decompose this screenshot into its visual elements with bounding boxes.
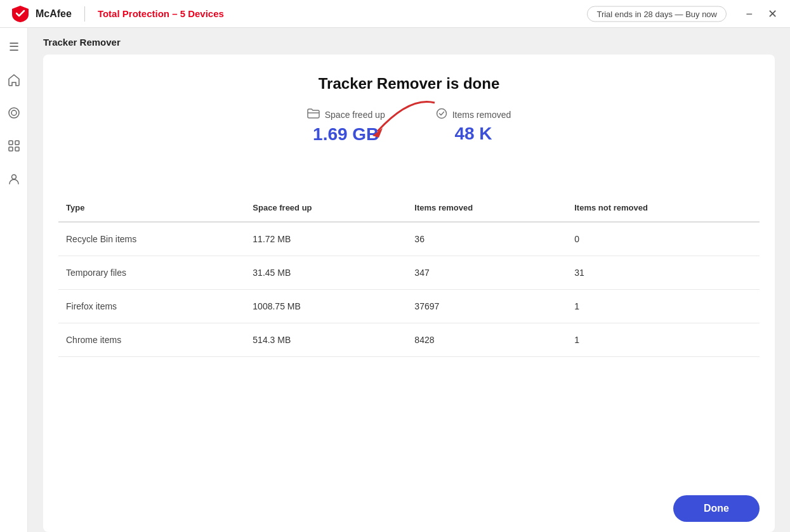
cell-removed: 8428 [407,323,567,357]
svg-rect-4 [9,147,13,151]
window-controls: − ✕ [743,7,780,21]
table-body: Recycle Bin items 11.72 MB 36 0 Temporar… [58,222,760,357]
svg-point-0 [9,108,19,118]
cell-type: Firefox items [58,290,245,323]
col-removed: Items removed [407,194,567,222]
minimize-button[interactable]: − [743,7,755,21]
svg-marker-8 [372,128,383,138]
mcafee-logo-icon [10,5,30,23]
items-removed-value: 48 K [454,124,492,144]
red-arrow-icon [295,90,460,153]
page-header: Tracker Remover [28,28,790,55]
summary-section: Tracker Remover is done Space freed up [43,55,775,194]
svg-rect-2 [9,141,13,145]
logo-divider [84,6,85,22]
done-button[interactable]: Done [673,495,760,522]
cell-removed: 37697 [407,290,567,323]
cell-not-removed: 1 [567,290,760,323]
cell-space: 1008.75 MB [245,290,407,323]
col-type: Type [58,194,245,222]
arrow-annotation [69,147,749,179]
mcafee-logo: McAfee Total Protection – 5 Devices [10,5,224,23]
home-icon[interactable] [5,71,23,89]
cell-not-removed: 1 [567,323,760,357]
cell-space: 514.3 MB [245,323,407,357]
apps-icon[interactable] [5,137,23,155]
results-table: Type Space freed up Items removed Items … [58,194,760,357]
main-card: Tracker Remover is done Space freed up [43,55,775,532]
cell-type: Chrome items [58,323,245,357]
footer: Done [43,485,775,532]
cell-not-removed: 31 [567,256,760,290]
shield-icon[interactable] [5,104,23,122]
content-area: Tracker Remover Tracker Remover is done [28,28,790,532]
cell-not-removed: 0 [567,222,760,256]
account-icon[interactable] [5,170,23,188]
svg-rect-3 [15,141,19,145]
logo-text: McAfee [36,8,72,20]
titlebar: McAfee Total Protection – 5 Devices Tria… [0,0,790,28]
table-row: Firefox items 1008.75 MB 37697 1 [58,290,760,323]
page-title: Tracker Remover [43,37,121,48]
sidebar: ☰ [0,28,28,532]
table-row: Chrome items 514.3 MB 8428 1 [58,323,760,357]
close-button[interactable]: ✕ [765,7,780,21]
cell-type: Recycle Bin items [58,222,245,256]
cell-type: Temporary files [58,256,245,290]
main-layout: ☰ [0,28,790,532]
table-row: Recycle Bin items 11.72 MB 36 0 [58,222,760,256]
table-row: Temporary files 31.45 MB 347 31 [58,256,760,290]
cell-removed: 347 [407,256,567,290]
col-not-removed: Items not removed [567,194,760,222]
svg-point-6 [11,175,16,179]
app-title: Total Protection – 5 Devices [98,8,224,19]
svg-point-1 [11,110,16,115]
svg-rect-5 [15,147,19,151]
data-table: Type Space freed up Items removed Items … [43,194,775,485]
table-header-row: Type Space freed up Items removed Items … [58,194,760,222]
trial-badge[interactable]: Trial ends in 28 days — Buy now [587,6,727,22]
menu-icon[interactable]: ☰ [5,38,23,56]
cell-space: 11.72 MB [245,222,407,256]
cell-removed: 36 [407,222,567,256]
col-space: Space freed up [245,194,407,222]
cell-space: 31.45 MB [245,256,407,290]
